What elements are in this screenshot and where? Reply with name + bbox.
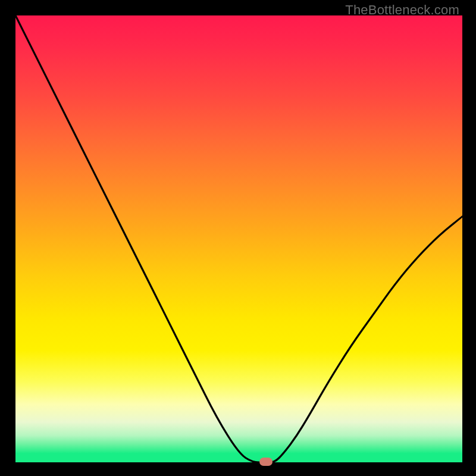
minimum-marker (259, 458, 273, 466)
watermark-text: TheBottleneck.com (345, 2, 459, 18)
plot-area (15, 15, 462, 462)
chart-container: TheBottleneck.com (0, 0, 476, 476)
curve-path (15, 15, 462, 462)
bottleneck-curve (15, 15, 462, 462)
